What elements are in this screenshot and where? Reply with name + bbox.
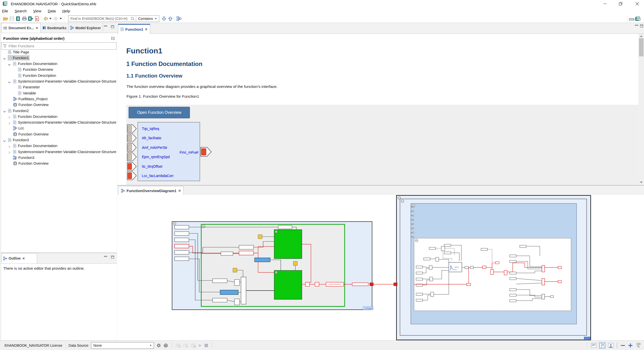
- presentation-view-icon[interactable]: [608, 343, 614, 348]
- tree-item-label: Function Overview: [18, 161, 49, 165]
- run-icon[interactable]: [198, 343, 202, 347]
- single-page-view-icon[interactable]: [591, 343, 596, 348]
- chevron-closed-icon[interactable]: [8, 145, 12, 149]
- tab-function1[interactable]: Function1 ✕: [118, 24, 150, 34]
- diagram-canvas[interactable]: CompactDT1: [117, 195, 644, 341]
- back-icon[interactable]: [42, 15, 49, 22]
- chevron-open-icon[interactable]: [3, 139, 7, 143]
- search-input[interactable]: [68, 17, 129, 21]
- settings-gear-icon[interactable]: [156, 343, 161, 348]
- input-port-row: Lcc_facLambdaCorr: [127, 171, 174, 180]
- calibration-icon-2[interactable]: [183, 343, 188, 348]
- minimize-editor-icon[interactable]: [635, 24, 638, 27]
- globe-icon[interactable]: [164, 343, 168, 348]
- right-function-diagram[interactable]: DT1: [394, 195, 591, 340]
- document-explorer-icon: [3, 26, 7, 30]
- keyboard-shortcuts-icon[interactable]: [628, 15, 635, 22]
- tab-model-explorer[interactable]: Model Explorer: [68, 23, 103, 33]
- stop-icon[interactable]: [205, 344, 208, 347]
- tab-document-explorer[interactable]: Document Ex... ✕: [1, 23, 41, 33]
- calibration-icon-3[interactable]: [191, 343, 196, 348]
- tab-label: Function1: [125, 27, 143, 31]
- search-mode-value: Contains: [138, 16, 153, 21]
- two-page-view-icon[interactable]: [599, 342, 606, 349]
- minimize-view-icon[interactable]: [104, 256, 107, 259]
- chevron-open-icon[interactable]: [8, 80, 12, 84]
- input-port-row: Tqs_tqReq: [127, 124, 159, 133]
- model-hierarchy-icon[interactable]: [176, 15, 182, 22]
- scroll-down-icon[interactable]: [639, 181, 643, 184]
- forward-icon[interactable]: [53, 15, 59, 22]
- restore-button[interactable]: [615, 0, 626, 8]
- zoom-in-icon[interactable]: [628, 343, 633, 348]
- chevron-open-icon[interactable]: [8, 63, 12, 67]
- print-icon[interactable]: [21, 15, 27, 22]
- tab-outline[interactable]: Outline ✕: [1, 253, 37, 263]
- output-port[interactable]: [200, 147, 212, 157]
- back-menu-arrow[interactable]: [49, 15, 53, 22]
- close-button[interactable]: [631, 0, 643, 8]
- tab-bookmarks[interactable]: Bookmarks: [41, 23, 68, 33]
- scroll-up-icon[interactable]: [639, 35, 643, 37]
- input-port[interactable]: [127, 162, 137, 171]
- editor-scrollbar[interactable]: [638, 34, 644, 185]
- search-mode-dropdown[interactable]: Contains ▼: [136, 16, 159, 22]
- input-port-row: Afr_facRatio: [127, 134, 161, 142]
- search-icon[interactable]: [130, 16, 135, 21]
- export-icon[interactable]: [27, 15, 34, 22]
- chevron-closed-icon[interactable]: [8, 121, 12, 125]
- open-file-icon[interactable]: [2, 15, 9, 22]
- input-port[interactable]: [127, 153, 137, 161]
- chevron-closed-icon[interactable]: [8, 115, 12, 119]
- open-function-overview-button[interactable]: Open Function Overview: [129, 107, 190, 118]
- close-icon[interactable]: ✕: [22, 257, 25, 260]
- tab-label: FunctionOverviewDiagram1: [127, 189, 176, 193]
- input-port[interactable]: [127, 171, 137, 180]
- window-title: EHANDBOOK-NAVIGATOR - QuickStartDemo.ehb: [11, 2, 96, 6]
- ehandbook-help-icon[interactable]: [635, 15, 641, 22]
- document-editor: Function1 1 Function Documentation 1.1 F…: [117, 34, 638, 185]
- close-icon[interactable]: ✕: [145, 27, 148, 31]
- chevron-open-icon[interactable]: [3, 110, 7, 114]
- maximize-view-icon[interactable]: [111, 256, 114, 259]
- document-icon: [8, 50, 12, 54]
- chevron-down-icon: ▼: [149, 344, 152, 347]
- close-icon[interactable]: ✕: [35, 26, 38, 30]
- menu-bar: FileSearchViewDataHelp: [0, 8, 644, 14]
- pdf-export-icon[interactable]: A: [34, 15, 40, 22]
- forward-menu-arrow[interactable]: [59, 15, 63, 22]
- zoom-out-icon[interactable]: [620, 343, 625, 348]
- tab-function-overview-diagram1[interactable]: FunctionOverviewDiagram1 ✕: [118, 186, 184, 195]
- menu-search[interactable]: Search: [11, 9, 30, 13]
- left-function-diagram[interactable]: Compact: [172, 222, 395, 310]
- menu-view[interactable]: View: [30, 9, 45, 13]
- search-next-icon[interactable]: [161, 15, 167, 22]
- minimize-view-icon[interactable]: [104, 25, 107, 28]
- menu-file[interactable]: File: [0, 9, 11, 13]
- maximize-view-icon[interactable]: [111, 25, 114, 28]
- maximize-editor-icon[interactable]: [640, 24, 643, 27]
- figure-caption: Figure 1. Function Overview for Function…: [127, 94, 199, 99]
- input-port[interactable]: [127, 124, 137, 133]
- document-icon: [13, 150, 17, 154]
- input-port[interactable]: [127, 143, 137, 152]
- calibration-icon-1[interactable]: [176, 343, 181, 348]
- close-icon[interactable]: ✕: [178, 189, 181, 193]
- search-prev-icon[interactable]: [167, 15, 173, 22]
- menu-data[interactable]: Data: [45, 9, 59, 13]
- minimize-button[interactable]: [599, 0, 611, 8]
- view-menu-icon[interactable]: [111, 37, 115, 41]
- outline-icon: [3, 257, 7, 260]
- scrollbar-thumb[interactable]: [639, 38, 643, 56]
- chevron-closed-icon[interactable]: [8, 151, 12, 155]
- import-ehb-icon[interactable]: [15, 15, 21, 22]
- save-icon[interactable]: [9, 15, 15, 22]
- input-port[interactable]: [127, 134, 137, 142]
- document-icon: [18, 91, 22, 95]
- svg-text:DT1: DT1: [455, 266, 459, 268]
- filter-functions-input[interactable]: [7, 44, 116, 48]
- data-source-dropdown[interactable]: None ▼: [91, 342, 154, 349]
- chevron-open-icon[interactable]: [3, 57, 7, 61]
- menu-help[interactable]: Help: [59, 9, 73, 13]
- title-bar: EHANDBOOK-NAVIGATOR - QuickStartDemo.ehb: [0, 0, 644, 8]
